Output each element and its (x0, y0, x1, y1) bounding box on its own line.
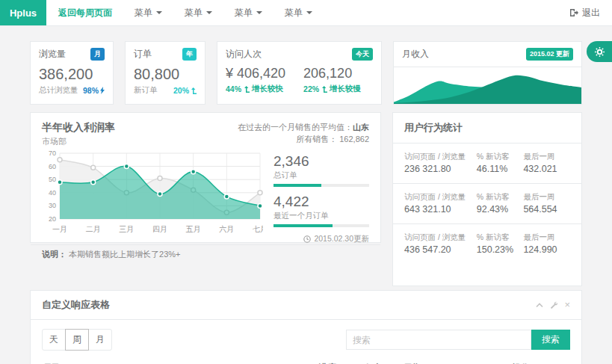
behavior-label: 访问页面 / 浏览量 (404, 232, 472, 242)
svg-text:二月: 二月 (86, 225, 101, 233)
behavior-row: 访问页面 / 浏览量643 321.10 % 新访客92.43% 最后一周564… (393, 184, 581, 224)
col-header-action: 操作 (512, 358, 570, 364)
views-period-badge: 月 (90, 48, 105, 61)
stats-row: 浏览量 月 386,200 总计浏览量 98% 订单 年 80,800 新订单 … (30, 41, 582, 105)
tab-week[interactable]: 周 (65, 329, 89, 351)
orders-footer-label: 新订单 (134, 85, 158, 96)
orders-month-progress (273, 224, 369, 227)
behavior-card-title: 用户行为统计 (393, 113, 581, 144)
income-updated-badge: 2015.02 更新 (526, 48, 573, 61)
behavior-label: % 新访客 (477, 151, 524, 161)
behavior-value: 92.43% (477, 204, 524, 215)
wrench-icon (550, 301, 557, 309)
behavior-label: 访问页面 / 浏览量 (404, 151, 472, 161)
search-group: 搜索 (346, 330, 570, 350)
table-header-row: 项目 进度 任务 日期 操作 (42, 358, 570, 364)
caret-down-icon (306, 11, 312, 14)
col-header-progress: 进度 (318, 358, 365, 364)
visits-period-badge: 今天 (352, 48, 373, 61)
updated-label: 2015.02.30更新 (314, 234, 369, 244)
svg-text:三月: 三月 (119, 225, 134, 233)
orders-total-label: 总订单 (273, 170, 369, 181)
orders-card-title: 订单 (134, 48, 152, 61)
logout-button[interactable]: 退出 (569, 0, 612, 25)
search-button[interactable]: 搜索 (531, 330, 570, 350)
behavior-value: 432.021 (523, 164, 570, 174)
projects-table: 项目 进度 任务 日期 操作 米莫说 | MiMO Show 20% 2014.… (42, 358, 570, 364)
chevron-up-icon (536, 303, 543, 308)
behavior-value: 46.11% (477, 164, 524, 174)
visits-right-stat: 206,120 22% 增长较慢 (303, 61, 361, 94)
search-input[interactable] (346, 330, 531, 350)
logout-label: 退出 (582, 7, 600, 19)
views-value: 386,200 (39, 66, 105, 83)
svg-text:20: 20 (49, 215, 56, 223)
nav-menu-4[interactable]: 菜单 (285, 7, 312, 19)
svg-text:四月: 四月 (152, 225, 167, 233)
views-footer-label: 总计浏览量 (39, 85, 78, 96)
behavior-row: 访问页面 / 浏览量436 547.20 % 新访客150.23% 最后一周12… (393, 224, 581, 264)
nav-menu-3[interactable]: 菜单 (235, 7, 262, 19)
visits-right-value: 206,120 (303, 66, 361, 81)
visits-stat-card: 访问人次 今天 ¥ 406,420 44% 增长较快 206,120 22% (217, 41, 382, 105)
behavior-label: 最后一周 (523, 191, 570, 202)
behavior-value: 124.990 (523, 244, 570, 255)
table-row-section: 自定义响应表格 × 天 周 月 搜索 (30, 290, 582, 364)
settings-toggle-button[interactable] (587, 41, 612, 62)
profit-card-subtitle: 市场部 (42, 136, 115, 147)
caret-down-icon (206, 11, 212, 14)
table-card-title: 自定义响应表格 (42, 298, 110, 312)
settings-button[interactable] (550, 301, 557, 309)
views-percent: 98% (83, 86, 99, 95)
nav-home-link[interactable]: 返回每周页面 (58, 7, 112, 19)
page-content: 浏览量 月 386,200 总计浏览量 98% 订单 年 80,800 新订单 … (0, 26, 612, 364)
svg-text:五月: 五月 (186, 225, 201, 233)
monthly-income-chart (394, 67, 581, 104)
footnote-label: 说明： (42, 250, 67, 259)
svg-text:70: 70 (49, 149, 56, 157)
nav-menu-1[interactable]: 菜单 (135, 7, 162, 19)
tab-day[interactable]: 天 (42, 329, 66, 351)
menu-label: 菜单 (285, 7, 303, 19)
caret-down-icon (256, 11, 262, 14)
visits-right-percent: 22% (303, 84, 319, 93)
profit-chart: 203040506070一月二月三月四月五月六月七月 (42, 149, 263, 244)
behavior-value: 150.23% (477, 244, 524, 255)
behavior-label: % 新访客 (477, 232, 524, 242)
tab-month[interactable]: 月 (88, 329, 112, 351)
brand-logo[interactable]: Hplus (0, 0, 46, 25)
svg-text:七月: 七月 (253, 225, 263, 233)
responsive-table-card: 自定义响应表格 × 天 周 月 搜索 (30, 290, 582, 364)
behavior-value: 564.554 (523, 204, 570, 215)
avg-sales-value: 山东 (353, 123, 369, 132)
profit-footnote: 说明： 本期销售额比上期增长了23%+ (31, 244, 380, 264)
level-up-icon (191, 87, 197, 94)
order-stats: 2,346 总订单 4,422 最近一个月订单 2015.02.30更新 (273, 149, 369, 244)
behavior-label: % 新访客 (477, 191, 524, 202)
bolt-icon (100, 87, 105, 94)
close-icon[interactable]: × (564, 301, 570, 309)
orders-period-badge: 年 (182, 48, 197, 61)
profit-card-title: 半年收入利润率 (42, 121, 115, 135)
nav-menu-2[interactable]: 菜单 (185, 7, 212, 19)
menu-label: 菜单 (235, 7, 253, 19)
svg-text:30: 30 (49, 202, 56, 209)
visits-right-trend: 增长较慢 (330, 84, 361, 94)
nav-links: 返回每周页面 菜单 菜单 菜单 菜单 (46, 0, 312, 25)
total-sales-label: 所有销售： (296, 135, 337, 144)
orders-stat-card: 订单 年 80,800 新订单 20% (125, 41, 205, 105)
middle-row: 半年收入利润率 市场部 在过去的一个月销售的平均值：山东 所有销售： 162,8… (30, 112, 582, 286)
orders-total-progress (273, 184, 369, 187)
income-stat-card: 月收入 2015.02 更新 (393, 41, 582, 105)
col-header-task: 任务 (365, 358, 404, 364)
collapse-button[interactable] (536, 303, 543, 308)
behavior-label: 最后一周 (523, 151, 570, 161)
top-navbar: Hplus 返回每周页面 菜单 菜单 菜单 菜单 退出 (0, 0, 612, 26)
orders-total-value: 2,346 (273, 153, 369, 170)
sales-summary: 在过去的一个月销售的平均值：山东 所有销售： 162,862 (238, 121, 369, 147)
gear-icon (594, 46, 605, 58)
svg-text:六月: 六月 (219, 225, 234, 233)
caret-down-icon (156, 11, 162, 14)
avg-sales-label: 在过去的一个月销售的平均值： (238, 123, 353, 132)
behavior-value: 643 321.10 (404, 204, 472, 215)
